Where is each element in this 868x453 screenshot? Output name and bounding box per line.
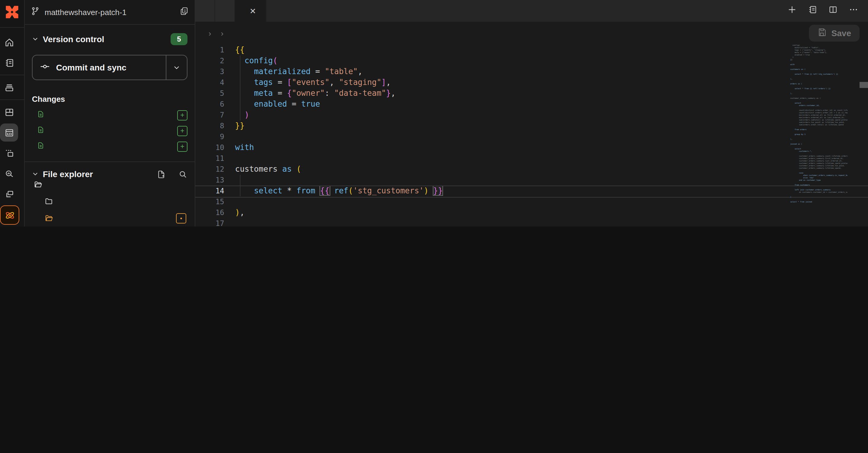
tab-settings.json[interactable] [195,0,215,22]
code-line-17[interactable]: 17 [195,218,868,226]
folder-open-icon [44,214,54,222]
folder-open-icon [33,180,43,189]
dbt-logo-icon [0,0,24,24]
tab-customers.sql[interactable]: ✕ [235,0,267,22]
rail-dashboard[interactable] [0,103,18,121]
rail-home[interactable] [0,33,18,51]
commit-and-sync-button[interactable]: Commit and sync [32,55,187,80]
breadcrumb: ›› [204,29,228,38]
branch-name: matthewshaver-patch-1 [44,7,175,17]
close-icon[interactable]: ✕ [250,6,256,15]
sidebar: matthewshaver-patch-1 Version control 5 … [25,0,195,226]
line-number: 9 [195,131,235,142]
code-line-8[interactable]: 8 }} [195,121,868,131]
app-window: matthewshaver-patch-1 Version control 5 … [0,0,868,226]
split-editor-icon[interactable] [828,5,838,17]
stage-file-button[interactable]: + [177,110,187,120]
rail-orchestrate[interactable] [0,185,18,203]
stage-file-button[interactable]: + [177,141,187,152]
rail-divider [0,27,24,28]
doc-icon [37,110,44,120]
line-number: 8 [195,121,235,131]
rail-explore[interactable] [0,164,18,183]
changed-file-row[interactable]: + [25,138,195,154]
version-control-title: Version control [43,34,166,44]
code-line-9[interactable]: 9 [195,131,868,142]
line-number: 5 [195,88,235,99]
changes-label: Changes [25,89,195,107]
rail-develop[interactable] [0,124,18,141]
line-number: 14 [195,186,235,196]
code-line-7[interactable]: 7 ) [195,110,868,121]
chevron-down-icon [32,34,38,44]
rail-projects[interactable] [0,78,18,96]
version-control-header[interactable]: Version control 5 [25,25,195,50]
editor-scrollbar-thumb[interactable] [860,82,868,88]
line-number: 15 [195,196,235,207]
icon-rail [0,0,25,226]
code-editor[interactable]: 1 {{ 2 config( 3 materialized = "table",… [195,44,868,226]
rail-docs[interactable] [0,54,18,72]
rail-ai-assistant[interactable] [0,205,19,225]
line-number: 11 [195,153,235,164]
code-line-16[interactable]: 16 ), [195,207,868,218]
code-line-11[interactable]: 11 [195,153,868,164]
doc-icon [37,126,44,135]
code-line-6[interactable]: 6 enabled = true [195,99,868,110]
stage-file-button[interactable]: + [177,126,187,136]
code-line-15[interactable]: 15 [195,196,868,207]
folder-icon [44,197,54,205]
notebook-icon[interactable] [808,5,817,17]
commit-options-caret[interactable] [166,56,187,79]
new-tab-icon[interactable] [787,5,797,17]
commit-icon [40,61,50,73]
line-number: 6 [195,99,235,110]
git-branch-icon [31,7,40,18]
more-icon[interactable] [849,5,858,17]
line-number: 4 [195,77,235,88]
code-line-2[interactable]: 2 config( [195,56,868,66]
floppy-icon [818,28,827,38]
modified-indicator[interactable]: • [176,213,186,223]
tab-_models.yml[interactable] [215,0,235,22]
branch-row[interactable]: matthewshaver-patch-1 [25,0,195,25]
line-number: 10 [195,142,235,153]
breadcrumb-separator: › [209,29,211,38]
minimap[interactable]: {{ config( materialized = "table", tags … [790,44,847,226]
breadcrumb-separator: › [221,29,224,38]
line-number: 16 [195,207,235,218]
code-line-3[interactable]: 3 materialized = "table", [195,66,868,77]
tab-strip: ✕ [195,0,868,22]
save-button[interactable]: Save [809,25,860,41]
code-line-12[interactable]: 12 customers as ( [195,164,868,175]
code-line-4[interactable]: 4 tags = ["events", "staging"], [195,77,868,88]
code-line-13[interactable]: 13 [195,175,868,186]
line-number: 17 [195,218,235,226]
changes-count-badge: 5 [170,33,187,45]
main-area: ✕ ›› Save 1 {{ 2 config( 3 materia [195,0,868,226]
editor-header: ›› Save [195,22,868,44]
line-number: 2 [195,56,235,66]
copy-icon[interactable] [180,7,189,18]
code-line-1[interactable]: 1 {{ [195,44,868,56]
code-line-10[interactable]: 10 with [195,142,868,153]
tree-item-docs-cloud[interactable] [27,176,192,193]
line-number: 13 [195,175,235,186]
changed-file-row[interactable]: + [25,107,195,123]
changed-file-row[interactable]: + [25,123,195,138]
tree-item-.github[interactable] [27,193,192,209]
line-number: 12 [195,164,235,175]
rail-canvas[interactable] [0,144,18,162]
commit-label: Commit and sync [56,63,126,72]
doc-icon [37,141,44,151]
line-number: 3 [195,66,235,77]
line-number: 1 [195,44,235,56]
code-line-5[interactable]: 5 meta = {"owner": "data-team"}, [195,88,868,99]
line-number: 7 [195,110,235,121]
tree-item-.vscode[interactable]: • [27,209,192,226]
code-line-14[interactable]: 14 select * from {{ ref('stg_customers')… [195,186,868,196]
